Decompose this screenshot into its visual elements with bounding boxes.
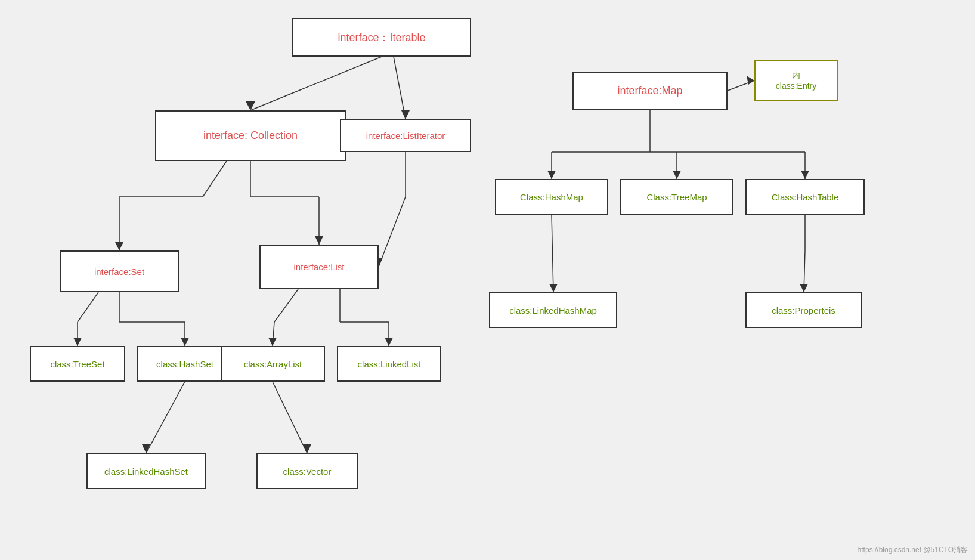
node-hashset: class:HashSet (137, 346, 233, 382)
diagram: interface：Iterableinterface: Collectioni… (0, 0, 975, 560)
svg-marker-32 (303, 444, 311, 453)
node-properteis: class:Properteis (745, 292, 862, 328)
node-hashmap: Class:HashMap (495, 179, 608, 215)
svg-marker-24 (268, 338, 277, 346)
svg-marker-21 (181, 338, 189, 346)
svg-marker-38 (547, 171, 556, 179)
svg-line-33 (728, 81, 754, 91)
svg-marker-7 (115, 242, 123, 250)
node-vector: class:Vector (256, 453, 358, 489)
svg-line-29 (146, 382, 185, 453)
svg-marker-42 (801, 171, 809, 179)
svg-line-15 (78, 292, 98, 322)
watermark: https://blog.csdn.net @51CTO消客 (858, 545, 968, 555)
node-hashtable: Class:HashTable (745, 179, 865, 215)
node-set: interface:Set (60, 250, 179, 292)
svg-line-0 (250, 57, 382, 110)
svg-marker-11 (315, 236, 323, 245)
svg-marker-3 (401, 110, 410, 119)
node-linkedhashmap: class:LinkedHashMap (489, 292, 617, 328)
node-list: interface:List (259, 245, 379, 289)
svg-line-22 (274, 289, 298, 322)
svg-marker-47 (800, 284, 808, 292)
svg-marker-28 (385, 338, 393, 346)
svg-marker-40 (673, 171, 681, 179)
node-linkedhashset: class:LinkedHashSet (86, 453, 206, 489)
node-arraylist: class:ArrayList (221, 346, 325, 382)
node-map: interface:Map (572, 72, 728, 110)
svg-line-4 (203, 161, 227, 197)
svg-line-43 (552, 215, 553, 292)
node-collection: interface: Collection (155, 110, 346, 161)
node-iterable: interface：Iterable (292, 18, 471, 57)
svg-marker-44 (549, 284, 558, 292)
svg-line-23 (273, 322, 274, 346)
svg-marker-1 (246, 101, 255, 110)
svg-line-31 (273, 382, 307, 453)
node-treeset: class:TreeSet (30, 346, 125, 382)
node-linkedlist: class:LinkedList (337, 346, 441, 382)
svg-line-2 (394, 57, 406, 119)
node-listiterator: interface:ListIterator (340, 119, 471, 152)
svg-marker-17 (73, 338, 82, 346)
svg-line-46 (804, 250, 805, 292)
svg-marker-34 (747, 76, 754, 85)
node-treemap: Class:TreeMap (620, 179, 733, 215)
node-entry: 内 class:Entry (754, 60, 838, 101)
svg-line-13 (379, 197, 406, 267)
svg-marker-30 (142, 444, 150, 453)
